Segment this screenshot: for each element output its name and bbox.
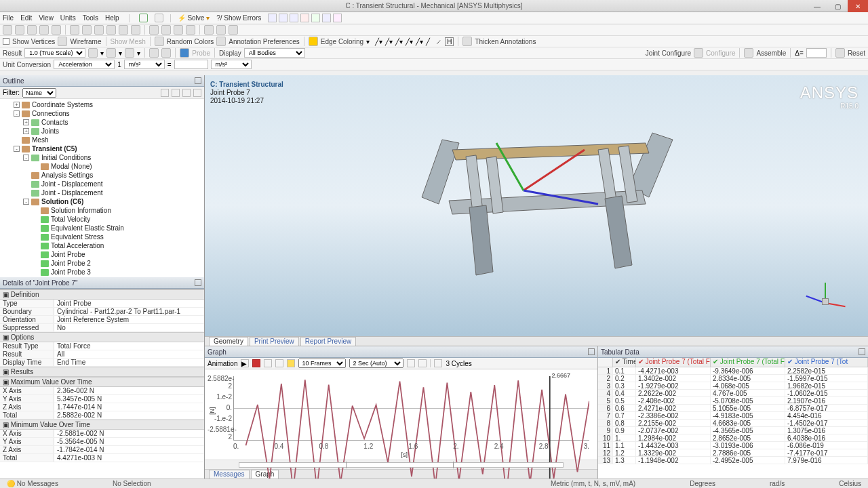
pan-icon[interactable] xyxy=(82,25,92,35)
filter-select[interactable]: Name xyxy=(22,88,56,98)
tree-node[interactable]: Joint Probe 2 xyxy=(0,259,204,268)
details-row[interactable]: Z Axis1.7447e-014 N xyxy=(0,403,204,411)
tool-icon[interactable] xyxy=(290,14,298,22)
cycle-icon[interactable] xyxy=(434,359,442,367)
min-icon[interactable] xyxy=(161,48,171,58)
config-icon[interactable] xyxy=(694,48,703,58)
filter-icon[interactable] xyxy=(3,25,12,35)
tool-icon[interactable] xyxy=(300,14,309,22)
menu-units[interactable]: Units xyxy=(60,14,76,22)
random-colors-icon[interactable] xyxy=(155,37,164,46)
scale-select[interactable]: 1.0 (True Scale) xyxy=(24,48,85,58)
zoom-box-icon[interactable] xyxy=(131,25,140,35)
details-row[interactable]: Orientation MethodJoint Reference System xyxy=(0,316,204,324)
table-row[interactable]: 40.42.2622e-0024.767e-005-1.0602e-015 xyxy=(598,390,868,397)
edge-select-icon[interactable] xyxy=(27,25,37,35)
menu-file[interactable]: File xyxy=(3,14,14,22)
tree-node[interactable]: Joint Probe 3 xyxy=(0,268,204,277)
iso-icon[interactable] xyxy=(149,25,159,35)
table-row[interactable]: 20.21.3402e-0022.8334e-005-1.5997e-015 xyxy=(598,375,868,382)
tree-node[interactable]: -Solution (C6) xyxy=(0,197,204,206)
view-icon[interactable] xyxy=(229,25,238,35)
edges-icon[interactable] xyxy=(125,48,134,58)
tree-node[interactable]: Total Acceleration xyxy=(0,241,204,250)
table-row[interactable]: 101.1.2984e-0022.8652e-0056.4038e-016 xyxy=(598,434,868,442)
tree-node[interactable]: -Initial Conditions xyxy=(0,153,204,162)
table-row[interactable]: 50.5-2.408e-002-5.0708e-0052.1907e-016 xyxy=(598,397,868,405)
refresh-tree-icon[interactable] xyxy=(182,89,191,97)
menu-view[interactable]: View xyxy=(39,14,54,22)
col-index[interactable] xyxy=(598,358,613,367)
max-icon[interactable] xyxy=(149,48,159,58)
table-row[interactable]: 131.3-1.1948e-002-2.4952e-0057.979e-016 xyxy=(598,457,868,464)
geom-icon[interactable] xyxy=(88,48,98,58)
tree-node[interactable]: +Coordinate Systems xyxy=(0,100,204,109)
pin-icon[interactable] xyxy=(859,348,865,355)
table-row[interactable]: 60.62.4271e-0025.1055e-005-6.8757e-017 xyxy=(598,405,868,412)
look-at-icon[interactable] xyxy=(161,25,171,35)
collapse-icon[interactable] xyxy=(172,89,180,97)
zoom-icon[interactable] xyxy=(106,25,116,35)
maximize-button[interactable]: ▢ xyxy=(827,0,848,12)
orientation-triad[interactable] xyxy=(815,275,856,316)
details-row[interactable]: Z Axis-1.7842e-014 N xyxy=(0,446,204,454)
tool-icon[interactable] xyxy=(311,14,320,22)
close-button[interactable]: ✕ xyxy=(848,0,868,12)
status-messages[interactable]: 🟡 No Messages xyxy=(7,480,58,487)
thicken-label[interactable]: Thicken Annotations xyxy=(475,38,536,45)
details-row[interactable]: Y Axis5.3457e-005 N xyxy=(0,395,204,403)
edge-thick-icon[interactable]: ╱▾ xyxy=(375,38,382,45)
tree-node[interactable]: Solution Information xyxy=(0,206,204,215)
details-row[interactable]: Result SelectionAll xyxy=(0,350,204,359)
edge-color-icon[interactable] xyxy=(309,37,318,46)
contour-icon[interactable] xyxy=(106,48,116,58)
details-row[interactable]: SuppressedNo xyxy=(0,324,204,332)
details-section-header[interactable]: ▣ Definition xyxy=(0,289,204,300)
tool-icon[interactable] xyxy=(322,14,331,22)
tree-node[interactable]: Joint - Displacement xyxy=(0,188,204,197)
table-row[interactable]: 90.9-2.0737e-002-4.3565e-0051.3075e-016 xyxy=(598,427,868,434)
col-fx[interactable]: ✔ Joint Probe 7 (Total Force X) [N] xyxy=(636,358,711,367)
tree-node[interactable]: Equivalent Stress xyxy=(0,232,204,241)
edge-thick-icon[interactable]: ╱▾ xyxy=(385,38,393,45)
back-icon[interactable] xyxy=(155,14,163,22)
body-select-icon[interactable] xyxy=(52,25,61,35)
tree-node[interactable]: +Contacts xyxy=(0,118,204,127)
tool-icon[interactable] xyxy=(279,14,288,22)
thicken-icon[interactable] xyxy=(462,37,472,46)
table-row[interactable]: 10.1-4.4271e-003-9.3649e-0062.2582e-015 xyxy=(598,367,868,375)
3d-viewport[interactable]: C: Transient Structural Joint Probe 7 20… xyxy=(205,75,868,336)
tree-node[interactable]: -Connections xyxy=(0,109,204,118)
wireframe-icon[interactable] xyxy=(58,37,67,46)
quantity-select[interactable]: Acceleration xyxy=(54,60,115,69)
details-row[interactable]: Total4.4271e-003 N xyxy=(0,454,204,462)
table-row[interactable]: 111.1-1.4432e-003-3.0193e-006-6.086e-019 xyxy=(598,442,868,449)
tree-node[interactable]: Analysis Settings xyxy=(0,171,204,180)
details-row[interactable]: TypeJoint Probe xyxy=(0,300,204,308)
col-fz[interactable]: ✔ Joint Probe 7 (Tot xyxy=(785,358,868,367)
tree-node[interactable]: -Transient (C5) xyxy=(0,144,204,153)
view-icon[interactable] xyxy=(204,25,214,35)
tab-geometry[interactable]: Geometry xyxy=(209,337,248,346)
col-time[interactable]: ✔ Time [s] xyxy=(613,358,636,367)
edge-thick-icon[interactable]: ╱▾ xyxy=(406,38,413,45)
details-row[interactable]: Y Axis-5.3564e-005 N xyxy=(0,438,204,446)
assemble-icon[interactable] xyxy=(744,48,753,58)
highlight-icon[interactable]: ⟋ xyxy=(435,38,442,45)
sec-select[interactable]: 2 Sec (Auto) xyxy=(349,359,403,368)
menu-help[interactable]: Help xyxy=(105,14,119,22)
rotate-icon[interactable] xyxy=(94,25,104,35)
refresh-icon[interactable] xyxy=(139,14,148,22)
wireframe-label[interactable]: Wireframe xyxy=(70,38,101,45)
details-panel[interactable]: ▣ DefinitionTypeJoint ProbeBoundary Cond… xyxy=(0,289,204,479)
minimize-button[interactable]: — xyxy=(807,0,827,12)
tabular-rows[interactable]: 10.1-4.4271e-003-9.3649e-0062.2582e-0152… xyxy=(598,367,868,479)
assemble-label[interactable]: Assemble xyxy=(756,49,786,57)
details-row[interactable]: Display TimeEnd Time xyxy=(0,359,204,367)
details-section-header[interactable]: ▣ Results xyxy=(0,367,204,377)
stop-icon[interactable] xyxy=(252,359,260,367)
expand-icon[interactable] xyxy=(161,89,169,97)
tree-node[interactable]: Joint - Displacement xyxy=(0,180,204,188)
random-colors-label[interactable]: Random Colors xyxy=(167,38,214,45)
frame-back-icon[interactable] xyxy=(264,359,272,367)
